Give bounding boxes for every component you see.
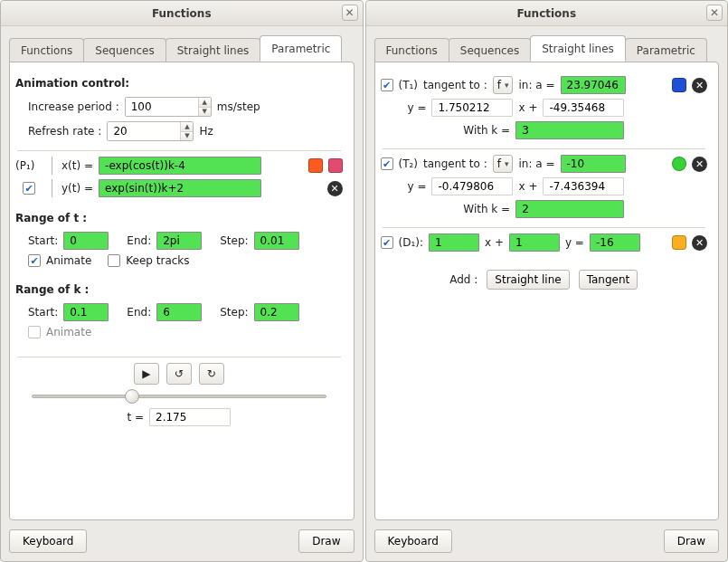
x-expr-input[interactable] (99, 157, 261, 175)
t1-a-input[interactable] (561, 76, 626, 94)
x-plus: x + (518, 180, 537, 193)
scroll-left[interactable]: Animation control: Increase period : ▲▼ … (15, 71, 348, 510)
d1-color-swatch[interactable] (672, 235, 686, 250)
tab-functions[interactable]: Functions (374, 38, 449, 62)
reset-button[interactable]: ↺ (166, 363, 192, 385)
tab-body-right: ✔ (T₁) tangent to : f▾ in: a = ✕ y = x + (374, 62, 720, 520)
scroll-right[interactable]: ✔ (T₁) tangent to : f▾ in: a = ✕ y = x + (381, 71, 714, 510)
t1-func-select[interactable]: f▾ (493, 76, 514, 94)
t-display-label: t = (127, 411, 144, 424)
loop-button[interactable]: ↻ (199, 363, 224, 385)
d1-a-input[interactable] (429, 233, 479, 252)
tab-parametric[interactable]: Parametric (260, 35, 342, 62)
x-plus: x + (518, 101, 537, 114)
k-end-input[interactable] (156, 303, 202, 321)
p1-enable-checkbox[interactable]: ✔ (23, 182, 35, 195)
t-display-value[interactable] (149, 408, 231, 426)
color-swatch-1[interactable] (308, 158, 323, 173)
tabs-right: Functions Sequences Straight lines Param… (374, 35, 720, 62)
t1-color-swatch[interactable] (672, 78, 686, 92)
t1-intercept (543, 99, 624, 117)
t2-slope (431, 177, 513, 195)
t2-label: (T₂) (399, 157, 419, 170)
play-button[interactable]: ▶ (134, 363, 159, 385)
add-label: Add : (449, 273, 477, 286)
keep-tracks-label: Keep tracks (126, 254, 189, 267)
close-icon[interactable]: ✕ (706, 5, 723, 21)
tab-straight-lines[interactable]: Straight lines (165, 38, 261, 62)
refresh-rate-label: Refresh rate : (28, 125, 101, 138)
t2-k-input[interactable] (515, 200, 624, 218)
draw-button[interactable]: Draw (298, 529, 354, 553)
t2-color-swatch[interactable] (672, 157, 686, 171)
add-straight-line-button[interactable]: Straight line (487, 270, 569, 290)
withk-label: With k = (463, 203, 510, 215)
animation-control-heading: Animation control: (15, 77, 343, 90)
title-right: Functions (516, 7, 576, 20)
color-swatch-2[interactable] (328, 158, 343, 173)
t1-k-input[interactable] (515, 121, 624, 139)
t1-delete-button[interactable]: ✕ (692, 78, 707, 93)
t1-enable-checkbox[interactable]: ✔ (381, 79, 393, 91)
d1-delete-button[interactable]: ✕ (692, 235, 707, 251)
keyboard-button[interactable]: Keyboard (374, 529, 452, 553)
increase-period-input[interactable] (126, 98, 198, 116)
y-expr-input[interactable] (99, 179, 261, 197)
t1-label: (T₁) (399, 79, 419, 91)
t2-intercept (543, 177, 624, 195)
keep-tracks-checkbox[interactable] (108, 254, 120, 267)
d1-label: (D₁): (399, 236, 423, 249)
t2-delete-button[interactable]: ✕ (692, 157, 707, 172)
t-step-input[interactable] (254, 232, 299, 250)
y-eq: y = (408, 101, 427, 114)
t2-func-select[interactable]: f▾ (493, 155, 514, 173)
titlebar-right: Functions ✕ (366, 1, 728, 26)
t2-a-input[interactable] (561, 155, 626, 173)
range-t-heading: Range of t : (15, 212, 343, 224)
d1-b-input[interactable] (509, 233, 560, 252)
k-step-label: Step: (220, 306, 248, 319)
k-step-input[interactable] (254, 303, 299, 321)
t2-enable-checkbox[interactable]: ✔ (381, 157, 393, 170)
tangent-to-label: tangent to : (423, 79, 487, 91)
in-a-label: in: a = (518, 157, 554, 170)
refresh-rate-unit: Hz (199, 125, 213, 138)
t-step-label: Step: (220, 234, 248, 247)
animate-k-label: Animate (46, 326, 91, 338)
tab-functions[interactable]: Functions (9, 38, 84, 62)
y-eq: y = (408, 180, 427, 193)
tab-sequences[interactable]: Sequences (83, 38, 165, 62)
delete-p1-button[interactable]: ✕ (327, 181, 343, 196)
t-end-input[interactable] (156, 232, 202, 250)
draw-button[interactable]: Draw (664, 529, 719, 553)
add-tangent-button[interactable]: Tangent (579, 270, 638, 290)
tab-parametric[interactable]: Parametric (625, 38, 707, 62)
tab-straight-lines[interactable]: Straight lines (530, 35, 626, 62)
p1-label: (P₁) (15, 159, 43, 172)
close-icon[interactable]: ✕ (342, 5, 358, 21)
d1-enable-checkbox[interactable]: ✔ (381, 236, 393, 249)
refresh-rate-input[interactable] (108, 122, 180, 140)
y-eq: y = (565, 236, 584, 249)
animate-k-checkbox (28, 326, 41, 338)
tangent-to-label: tangent to : (423, 157, 487, 170)
y-lhs: y(t) = (61, 182, 93, 195)
tab-body-left: Animation control: Increase period : ▲▼ … (9, 62, 355, 520)
t-start-input[interactable] (63, 232, 109, 250)
increase-period-label: Increase period : (28, 100, 119, 113)
keyboard-button[interactable]: Keyboard (9, 529, 87, 553)
withk-label: With k = (463, 124, 510, 137)
increase-period-spin[interactable]: ▲▼ (125, 97, 212, 117)
content-left: Functions Sequences Straight lines Param… (1, 26, 363, 561)
k-start-input[interactable] (63, 303, 109, 321)
animate-t-label: Animate (46, 254, 91, 267)
content-right: Functions Sequences Straight lines Param… (366, 26, 728, 561)
increase-period-unit: ms/step (217, 100, 260, 113)
d1-y-input[interactable] (590, 233, 640, 252)
tab-sequences[interactable]: Sequences (449, 38, 531, 62)
in-a-label: in: a = (518, 79, 554, 91)
t-slider[interactable] (32, 389, 326, 404)
animate-t-checkbox[interactable]: ✔ (28, 254, 41, 267)
k-start-label: Start: (28, 306, 58, 319)
refresh-rate-spin[interactable]: ▲▼ (107, 121, 194, 141)
